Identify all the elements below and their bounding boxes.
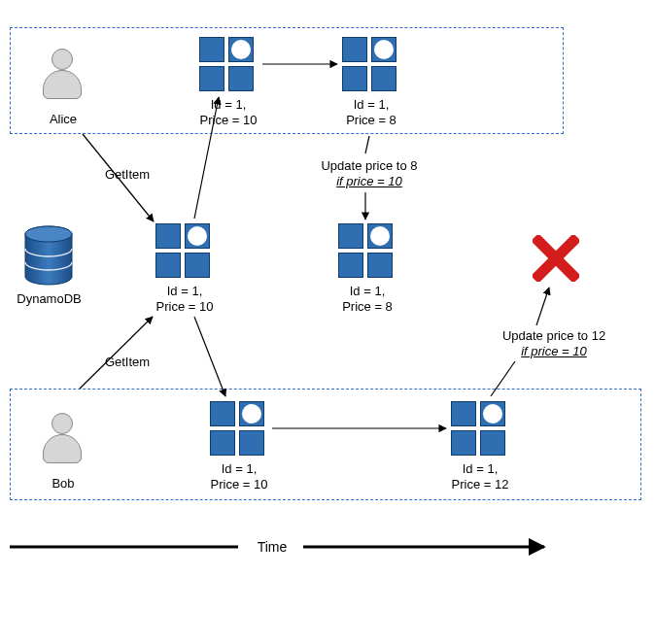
getitem-bob-label: GetItem [93,355,161,370]
arrow-bob-getitem [80,317,153,389]
user-bob-label: Bob [29,476,97,491]
bob-item-initial-label: Id = 1, Price = 10 [195,461,283,493]
arrow-store-to-bob [194,317,225,396]
bob-item-updated-label: Id = 1, Price = 12 [436,461,524,493]
dynamodb-icon [21,225,76,286]
dynamodb-label: DynamoDB [8,291,90,307]
svg-point-1 [25,226,72,242]
alice-item-initial [199,37,256,93]
alice-item-initial-label: Id = 1, Price = 10 [185,97,272,129]
alice-item-updated [342,37,398,93]
bob-name-text: Bob [52,476,74,491]
bob-item-updated [451,401,507,458]
reject-icon [533,235,579,282]
store-item-after [338,223,395,280]
time-axis-label: Time [243,539,301,557]
arrow-bob-update-top [536,288,549,325]
alice-name-text: Alice [50,112,77,126]
store-item-after-label: Id = 1, Price = 8 [324,284,411,316]
bob-region [10,389,641,500]
update-bob-label: Update price to 12 if price = 10 [476,328,632,360]
store-item-initial [155,223,212,280]
bob-item-initial [210,401,266,458]
alice-item-updated-label: Id = 1, Price = 8 [328,97,415,129]
getitem-alice-label: GetItem [93,167,161,183]
dynamodb-text: DynamoDB [17,291,81,306]
arrow-alice-update-top [365,136,369,153]
user-bob-icon [39,413,86,471]
user-alice-icon [39,49,86,107]
store-item-initial-label: Id = 1, Price = 10 [141,284,228,316]
user-alice-label: Alice [29,112,97,127]
update-alice-label: Update price to 8 if price = 10 [296,158,442,190]
